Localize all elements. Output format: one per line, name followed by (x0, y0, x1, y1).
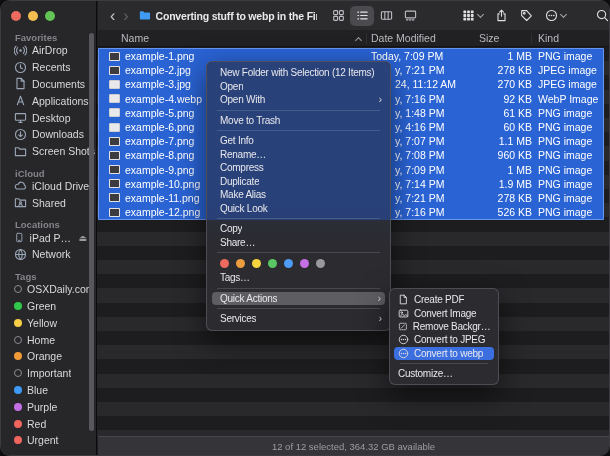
close-button[interactable] (11, 11, 21, 21)
tag-button[interactable] (520, 9, 533, 22)
sidebar-item-icloud-drive[interactable]: iCloud Drive (1, 178, 96, 195)
column-header-name[interactable]: Name (98, 32, 366, 44)
sidebar-item-orange[interactable]: Orange (1, 348, 96, 365)
circle-ellipsis-icon (398, 334, 409, 345)
circle-ellipsis-button[interactable] (545, 9, 566, 22)
file-size: 1 MB (467, 164, 532, 176)
section-title: Favorites (1, 30, 96, 42)
share-button[interactable] (495, 9, 508, 22)
sidebar-item-green[interactable]: Green (1, 298, 96, 315)
submenu-item-customize[interactable]: Customize… (390, 367, 498, 380)
tag-color-dot[interactable] (268, 259, 277, 268)
menu-item-get-info[interactable]: Get Info (207, 134, 390, 148)
menu-item-rename[interactable]: Rename… (207, 148, 390, 162)
menu-item-duplicate[interactable]: Duplicate (207, 175, 390, 189)
sidebar-item-urgent[interactable]: Urgent (1, 432, 96, 449)
menu-item-services[interactable]: Services› (207, 312, 390, 326)
menu-item-quick-actions[interactable]: Quick Actions› (212, 292, 385, 306)
submenu-item-convert-to-jpeg[interactable]: Convert to JPEG (390, 333, 498, 346)
sidebar-item-applications[interactable]: Applications (1, 92, 96, 109)
back-button[interactable]: ‹ (106, 8, 119, 24)
sidebar-item-purple[interactable]: Purple (1, 398, 96, 415)
submenu-item-create-pdf[interactable]: Create PDF (390, 293, 498, 306)
tag-color-dot[interactable] (284, 259, 293, 268)
group-button[interactable] (462, 9, 483, 22)
sidebar-item-desktop[interactable]: Desktop (1, 109, 96, 126)
file-thumbnail-icon (109, 151, 120, 160)
file-kind: PNG image (532, 135, 592, 147)
column-header-kind[interactable]: Kind (531, 33, 559, 44)
file-size: 526 KB (467, 206, 532, 218)
menu-item-open-with[interactable]: Open With› (207, 93, 390, 107)
sidebar-item-important[interactable]: Important (1, 365, 96, 382)
ipad-icon (14, 231, 25, 244)
gallery-view-button[interactable] (398, 6, 422, 26)
tag-color-dot[interactable] (252, 259, 261, 268)
sidebar-item-documents[interactable]: Documents (1, 76, 96, 93)
zoom-button[interactable] (45, 11, 55, 21)
submenu-item-label: Convert Image (414, 308, 476, 319)
downloads-icon (14, 128, 27, 141)
file-name: example-2.jpg (125, 64, 191, 76)
menu-item-compress[interactable]: Compress (207, 161, 390, 175)
menu-item-tags[interactable]: Tags… (207, 271, 390, 285)
file-kind: JPEG image (532, 64, 597, 76)
file-thumbnail-icon (109, 193, 120, 202)
sidebar-item-red[interactable]: Red (1, 415, 96, 432)
sidebar-section-icloud: iCloudiCloud DriveShared (1, 166, 96, 212)
sidebar-item-label: Shared (32, 197, 66, 209)
submenu-item-remove-background[interactable]: Remove Background (390, 320, 498, 333)
file-kind: PNG image (532, 107, 592, 119)
sidebar-item-label: Red (27, 418, 46, 430)
menu-separator (217, 288, 380, 289)
sidebar-item-label: iCloud Drive (32, 180, 89, 192)
menu-item-move-to-trash[interactable]: Move to Trash (207, 114, 390, 128)
file-size: 278 KB (467, 64, 532, 76)
menu-item-open[interactable]: Open (207, 80, 390, 94)
sidebar-item-label: Yellow (27, 317, 57, 329)
tag-color-dot[interactable] (300, 259, 309, 268)
sidebar-item-home[interactable]: Home (1, 331, 96, 348)
submenu-item-convert-image[interactable]: Convert Image (390, 306, 498, 319)
menu-item-label: Move to Trash (220, 115, 280, 126)
submenu-item-convert-to-webp[interactable]: Convert to webp (394, 347, 494, 360)
column-header-size[interactable]: Size (466, 33, 531, 44)
tag-color-dot[interactable] (316, 259, 325, 268)
file-name: example-5.png (125, 107, 194, 119)
window-title: Converting stuff to webp in the Fin… (156, 10, 317, 22)
section-title: Locations (1, 217, 96, 229)
sidebar-item-blue[interactable]: Blue (1, 382, 96, 399)
forward-button[interactable]: › (119, 8, 132, 24)
file-size: 278 KB (467, 192, 532, 204)
minimize-button[interactable] (28, 11, 38, 21)
menu-item-copy[interactable]: Copy (207, 222, 390, 236)
menu-item-new-folder-with-selection-12-items[interactable]: New Folder with Selection (12 Items) (207, 66, 390, 80)
finder-window: FavoritesAirDropRecentsDocumentsApplicat… (0, 0, 610, 456)
sidebar-item-shared[interactable]: Shared (1, 194, 96, 211)
sidebar-scrollbar[interactable] (89, 33, 94, 431)
sidebar-item-ipad-pro-11[interactable]: iPad Pro 11⏏ (1, 229, 96, 246)
file-name: example-9.png (125, 164, 194, 176)
file-thumbnail-icon (109, 165, 120, 174)
sidebar-item-recents[interactable]: Recents (1, 59, 96, 76)
file-kind: PNG image (532, 206, 592, 218)
sidebar-item-screen-shots[interactable]: Screen Shots (1, 143, 96, 160)
tag-color-dot[interactable] (236, 259, 245, 268)
tag-color-dot[interactable] (220, 259, 229, 268)
columns-view-button[interactable] (374, 6, 398, 26)
column-header-date-modified[interactable]: Date Modified (366, 33, 466, 44)
menu-item-share[interactable]: Share… (207, 236, 390, 250)
list-view-button[interactable] (350, 6, 374, 26)
menu-separator (217, 130, 380, 131)
sidebar-item-yellow[interactable]: Yellow (1, 314, 96, 331)
search-button[interactable] (596, 9, 609, 22)
menu-item-quick-look[interactable]: Quick Look (207, 202, 390, 216)
file-size: 60 KB (467, 121, 532, 133)
sidebar-item-downloads[interactable]: Downloads (1, 126, 96, 143)
file-thumbnail-icon (109, 208, 120, 217)
sidebar-item-airdrop[interactable]: AirDrop (1, 42, 96, 59)
icons-view-button[interactable] (326, 6, 350, 26)
menu-item-make-alias[interactable]: Make Alias (207, 188, 390, 202)
sidebar-item-osxdaily-com[interactable]: OSXDaily.com (1, 281, 96, 298)
sidebar-item-network[interactable]: Network (1, 246, 96, 263)
